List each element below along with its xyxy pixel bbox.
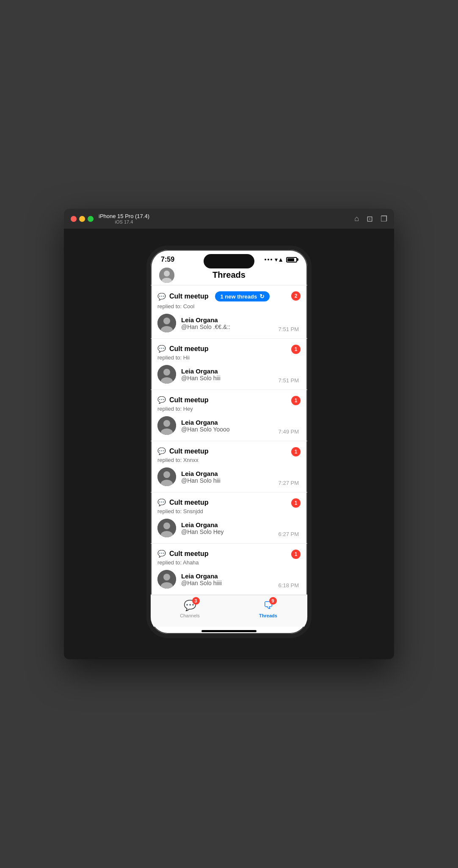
thread-title-row: 💬 Cult meetup 1 new threads ↻ [157, 291, 299, 301]
thread-title-row: 💬 Cult meetup [157, 498, 299, 506]
new-threads-label: 1 new threads [220, 293, 257, 300]
thread-chat-icon: 💬 [157, 550, 166, 558]
badge-count: 1 [291, 396, 301, 405]
thread-item[interactable]: 💬 Cult meetup replied to: Xnnxx 1 [151, 441, 307, 492]
thread-item[interactable]: 💬 Cult meetup replied to: Hey 1 [151, 390, 307, 441]
page-title: Threads [212, 270, 246, 280]
window-title: iPhone 15 Pro (17.4) [99, 213, 149, 219]
badge-count: 1 [291, 447, 301, 456]
thread-header: 💬 Cult meetup [157, 447, 299, 455]
message-sender: Leia Organa [181, 368, 273, 375]
thread-chat-icon: 💬 [157, 345, 166, 353]
tab-bar: 💬 3 Channels 🗨 9 Threads [151, 595, 307, 627]
message-row: Leia Organa @Han Solo Hey 6:27 PM [157, 519, 299, 537]
thread-header: 💬 Cult meetup 1 new threads ↻ [157, 291, 299, 301]
message-row: Leia Organa @Han Solo .€€.&:: 7:51 PM [157, 314, 299, 332]
message-content: Leia Organa @Han Solo hiii [181, 368, 273, 381]
badge-count: 1 [291, 550, 301, 559]
thread-item[interactable]: 💬 Cult meetup replied to: Hii 1 [151, 339, 307, 390]
wifi-icon: ▾▲ [275, 256, 284, 263]
home-icon[interactable]: ⌂ [354, 214, 359, 224]
message-time: 7:51 PM [279, 326, 299, 332]
thread-replied: replied to: Cool [157, 303, 299, 310]
thread-chat-icon: 💬 [157, 498, 166, 506]
message-row: Leia Organa @Han Solo hiii 7:27 PM [157, 467, 299, 486]
message-time: 7:51 PM [279, 377, 299, 384]
sender-avatar [157, 519, 176, 537]
avatar[interactable] [159, 268, 174, 283]
status-time: 7:59 [161, 256, 174, 263]
thread-item[interactable]: 💬 Cult meetup replied to: Ahaha 1 [151, 544, 307, 595]
tab-threads[interactable]: 🗨 9 Threads [229, 600, 307, 618]
message-sender: Leia Organa [181, 470, 273, 477]
thread-title-row: 💬 Cult meetup [157, 550, 299, 558]
thread-title: Cult meetup [169, 345, 208, 353]
minimize-window-button[interactable] [79, 216, 85, 222]
thread-chat-icon: 💬 [157, 396, 166, 404]
layers-icon[interactable]: ❐ [381, 214, 387, 224]
message-text: @Han Solo hiii [181, 375, 273, 381]
tab-icon-wrap-threads: 🗨 9 [263, 600, 273, 611]
camera-icon[interactable]: ⊡ [367, 214, 373, 224]
battery-fill [287, 258, 294, 261]
message-row: Leia Organa @Han Solo hiiii 6:18 PM [157, 570, 299, 589]
new-threads-badge[interactable]: 1 new threads ↻ [215, 291, 270, 301]
message-row: Leia Organa @Han Solo hiii 7:51 PM [157, 365, 299, 384]
title-bar-left: iPhone 15 Pro (17.4) iOS 17.4 [71, 213, 149, 224]
close-window-button[interactable] [71, 216, 77, 222]
badge-count: 1 [291, 498, 301, 508]
thread-header: 💬 Cult meetup [157, 550, 299, 558]
badge-count: 1 [291, 345, 301, 354]
message-content: Leia Organa @Han Solo Yoooo [181, 419, 273, 433]
thread-item[interactable]: 💬 Cult meetup 1 new threads ↻ replied to… [151, 285, 307, 339]
refresh-icon: ↻ [259, 293, 265, 300]
svg-point-7 [163, 369, 170, 376]
traffic-lights [71, 216, 94, 222]
thread-replied: replied to: Hey [157, 406, 299, 412]
message-time: 7:27 PM [279, 480, 299, 486]
svg-point-4 [163, 318, 170, 324]
message-row: Leia Organa @Han Solo Yoooo 7:49 PM [157, 416, 299, 435]
thread-title: Cult meetup [169, 550, 208, 558]
message-text: @Han Solo hiiii [181, 580, 273, 586]
desktop-window: iPhone 15 Pro (17.4) iOS 17.4 ⌂ ⊡ ❐ 7:59 [64, 209, 394, 659]
message-text: @Han Solo .€€.&:: [181, 323, 273, 330]
thread-title-row: 💬 Cult meetup [157, 396, 299, 404]
thread-title: Cult meetup [169, 396, 208, 404]
title-bar-icons: ⌂ ⊡ ❐ [354, 214, 387, 224]
message-time: 6:27 PM [279, 531, 299, 537]
message-content: Leia Organa @Han Solo Hey [181, 521, 273, 535]
thread-replied: replied to: Hii [157, 354, 299, 361]
sender-avatar [157, 570, 176, 589]
thread-title: Cult meetup [169, 293, 208, 300]
status-icons: ▾▲ [265, 256, 297, 263]
svg-point-1 [164, 271, 170, 276]
window-subtitle: iOS 17.4 [99, 219, 149, 224]
thread-title: Cult meetup [169, 448, 208, 455]
message-sender: Leia Organa [181, 572, 273, 580]
message-sender: Leia Organa [181, 316, 273, 323]
thread-replied: replied to: Snsnjdd [157, 508, 299, 514]
svg-point-10 [163, 420, 170, 427]
message-content: Leia Organa @Han Solo .€€.&:: [181, 316, 273, 330]
badge-count: 2 [291, 291, 301, 301]
thread-list: 💬 Cult meetup 1 new threads ↻ replied to… [151, 285, 307, 595]
tab-channels[interactable]: 💬 3 Channels [151, 600, 229, 618]
phone-outer: 7:59 ▾▲ [64, 229, 394, 659]
thread-header: 💬 Cult meetup [157, 498, 299, 506]
channels-badge: 3 [192, 597, 200, 605]
phone-frame: 7:59 ▾▲ [146, 246, 312, 638]
status-dots [265, 259, 272, 260]
message-content: Leia Organa @Han Solo hiiii [181, 572, 273, 586]
tab-icon-wrap-channels: 💬 3 [184, 600, 196, 611]
svg-point-13 [163, 471, 170, 478]
tab-channels-label: Channels [180, 613, 199, 618]
svg-point-19 [163, 574, 170, 581]
maximize-window-button[interactable] [88, 216, 94, 222]
dot-1 [265, 259, 266, 260]
thread-item[interactable]: 💬 Cult meetup replied to: Snsnjdd 1 [151, 492, 307, 544]
thread-replied: replied to: Xnnxx [157, 457, 299, 463]
sender-avatar [157, 365, 176, 384]
dot-3 [270, 259, 272, 260]
thread-title-row: 💬 Cult meetup [157, 345, 299, 353]
